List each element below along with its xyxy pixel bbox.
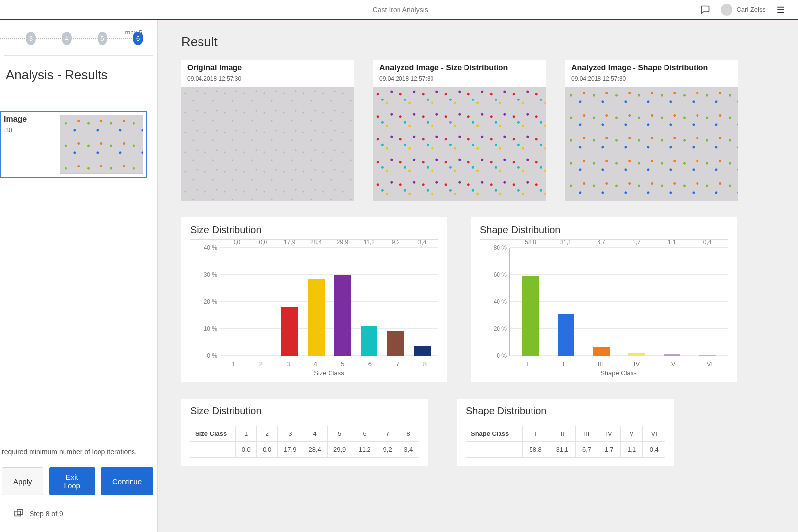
table-cell: 58,8: [522, 442, 549, 458]
image-card: Original Image09.04.2018 12:57:30: [181, 60, 354, 201]
table-size: Size DistributionSize Class123456780,00,…: [181, 399, 428, 466]
bar: 28,4: [305, 248, 328, 356]
bar-value-label: 28,4: [310, 239, 322, 246]
xlabel: Shape Class: [509, 369, 728, 377]
loop-hint: required minimum number of loop iteratio…: [2, 448, 153, 456]
bar: 6,7: [586, 248, 617, 356]
sidebar: max 5 3456 Analysis - Results Image :30 …: [0, 20, 158, 532]
bar: 31,1: [550, 248, 582, 356]
image-card: Analyzed Image - Size Distribution09.04.…: [373, 60, 546, 201]
image-card-time: 09.04.2018 12:57:30: [571, 75, 732, 82]
chart-size: Size Distribution0 %10 %20 %30 %40 %0,00…: [181, 217, 447, 382]
bar-value-label: 29,9: [337, 239, 348, 246]
avatar[interactable]: [721, 4, 732, 16]
stepper: 3456: [0, 32, 157, 45]
xtick: 7: [384, 360, 411, 367]
step-dot-3[interactable]: 3: [26, 32, 36, 45]
xtick: 6: [357, 360, 384, 367]
xtick: II: [546, 360, 582, 367]
app-title: Cast Iron Analysis: [100, 6, 700, 14]
table-cell: 31,1: [549, 442, 575, 458]
bar-value-label: 58,8: [525, 239, 536, 246]
step-dot-6[interactable]: 6: [133, 32, 143, 45]
table-col: 1: [235, 426, 257, 442]
xtick: 5: [329, 360, 357, 367]
bar: 0,4: [692, 248, 723, 356]
step-dot-4[interactable]: 4: [62, 32, 72, 45]
apply-button[interactable]: Apply: [2, 467, 43, 495]
table-cell: 29,9: [327, 442, 352, 458]
table-col: 8: [398, 426, 419, 442]
table-header-label: Shape Class: [466, 426, 522, 442]
step-dot-5[interactable]: 5: [98, 32, 108, 45]
table-col: II: [549, 426, 575, 442]
data-table: Size Class123456780,00,017,928,429,911,2…: [190, 426, 419, 458]
chart-shape: Shape Distribution0 %20 %40 %60 %80 %58,…: [471, 217, 737, 382]
table-col: 3: [278, 426, 302, 442]
table-title: Size Distribution: [190, 405, 419, 421]
image-card-title: Analyzed Image - Shape Distribution: [571, 64, 732, 72]
bar-value-label: 6,7: [597, 239, 605, 246]
table-col: 5: [327, 426, 352, 442]
menu-icon[interactable]: [775, 4, 786, 15]
table-cell: 1,1: [620, 442, 643, 458]
bar-value-label: 31,1: [560, 239, 571, 246]
table-col: 6: [352, 426, 377, 442]
table-col: 2: [257, 426, 278, 442]
bar: 11,2: [358, 248, 380, 356]
table-col: V: [620, 426, 643, 442]
bar: 58,8: [515, 248, 546, 356]
image-card: Analyzed Image - Shape Distribution09.04…: [565, 60, 738, 201]
table-cell: 17,9: [278, 442, 302, 458]
table-cell: 1,7: [598, 442, 621, 458]
bar-value-label: 0,4: [703, 239, 712, 246]
thumbnail-card[interactable]: Image :30: [0, 111, 147, 178]
table-cell: 3,4: [398, 442, 419, 458]
comment-icon[interactable]: [700, 4, 711, 15]
xtick: V: [655, 360, 692, 367]
image-card-body[interactable]: [181, 87, 354, 201]
table-col: 7: [377, 426, 398, 442]
exit-loop-button[interactable]: Exit Loop: [49, 467, 95, 495]
xtick: 1: [220, 360, 247, 367]
image-card-time: 09.04.2018 12:57:30: [379, 75, 540, 82]
bar-value-label: 1,7: [632, 239, 641, 246]
bar-value-label: 3,4: [418, 239, 427, 246]
table-cell: 0,4: [643, 442, 665, 458]
thumbnail-time: :30: [4, 127, 56, 133]
xtick: VI: [692, 360, 728, 367]
content: Result Original Image09.04.2018 12:57:30…: [158, 20, 798, 532]
thumbnail-image: [60, 115, 143, 174]
image-card-title: Original Image: [187, 64, 348, 72]
bar-value-label: 17,9: [284, 239, 295, 246]
table-cell: 28,4: [302, 442, 327, 458]
overlap-icon: [14, 509, 24, 518]
continue-button[interactable]: Continue: [101, 467, 153, 495]
bar-value-label: 9,2: [392, 239, 400, 246]
sidebar-section-title: Analysis - Results: [4, 55, 153, 93]
table-cell: 0,0: [257, 442, 278, 458]
plot-area: 0 %20 %40 %60 %80 %58,831,16,71,71,10,4: [509, 248, 728, 356]
xtick: IV: [619, 360, 655, 367]
table-cell: 6,7: [575, 442, 598, 458]
user-name: Carl Zeiss: [736, 6, 765, 13]
step-footer: Step 8 of 9: [2, 509, 153, 518]
xtick: I: [509, 360, 546, 367]
table-shape: Shape DistributionShape ClassIIIIIIIVVVI…: [457, 399, 674, 466]
table-cell: 0,0: [235, 442, 257, 458]
xtick: 2: [247, 360, 275, 367]
bar: 0,0: [225, 248, 248, 356]
bar: 9,2: [384, 248, 407, 356]
image-card-body[interactable]: [373, 87, 546, 201]
bar: 3,4: [411, 248, 433, 356]
image-card-title: Analyzed Image - Size Distribution: [379, 64, 540, 72]
thumbnail-title: Image: [4, 115, 56, 124]
table-col: III: [575, 426, 598, 442]
xtick: 8: [411, 360, 439, 367]
image-card-body[interactable]: [565, 87, 738, 201]
page-title: Result: [181, 34, 778, 50]
table-col: IV: [598, 426, 621, 442]
bar: 29,9: [332, 248, 354, 356]
image-card-time: 09.04.2018 12:57:30: [187, 75, 348, 82]
bar: 1,7: [621, 248, 652, 356]
